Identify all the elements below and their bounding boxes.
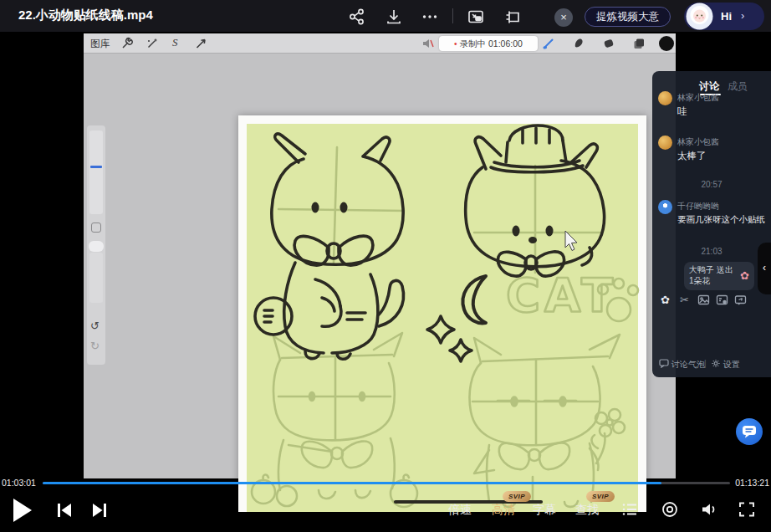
chat-message: 太棒了	[677, 150, 707, 162]
footer-divider: |	[704, 359, 707, 368]
layers-icon[interactable]	[632, 37, 646, 50]
share-icon[interactable]	[348, 8, 366, 26]
collapse-arrow-icon: ‹	[763, 262, 766, 274]
chevron-right-icon: ›	[741, 9, 744, 22]
bubble-toggle[interactable]: 讨论气泡	[659, 359, 705, 371]
chat-username: 林家小包酱	[677, 92, 719, 104]
previous-video-button[interactable]	[55, 501, 74, 519]
transform-arrow-icon[interactable]	[195, 37, 208, 50]
close-icon[interactable]: ×	[554, 8, 573, 27]
play-button[interactable]	[13, 499, 32, 522]
wrench-icon[interactable]	[120, 37, 134, 50]
fullscreen-icon[interactable]	[738, 500, 756, 519]
redo-icon[interactable]: ↻	[90, 340, 100, 352]
quality-button[interactable]: 高清	[492, 503, 515, 518]
seek-bar[interactable]	[43, 482, 730, 484]
sticker-image-icon[interactable]	[716, 294, 728, 306]
smudge-icon[interactable]	[572, 37, 585, 50]
chat-username: 千仔哟哟哟	[677, 201, 719, 212]
mini-player-icon[interactable]	[467, 8, 485, 26]
opacity-slider[interactable]	[89, 253, 103, 303]
record-loop-icon[interactable]	[661, 500, 679, 519]
brush-sidebar: ↺ ↻	[87, 125, 105, 365]
chat-timestamp: 21:03	[652, 247, 771, 256]
gift-text: 大鸭子 送出1朵花	[689, 265, 736, 286]
progress-row: 01:03:01 01:13:21	[0, 477, 771, 489]
eraser-icon[interactable]	[602, 37, 615, 50]
chat-message: 哇	[677, 105, 687, 118]
ai-assistant-button[interactable]: Hi ›	[684, 3, 764, 30]
modify-button[interactable]	[91, 223, 101, 233]
header-bar: 22.小动物贴纸线稿.mp4 × 提炼视频大意 Hi ›	[0, 0, 771, 32]
total-duration: 01:13:21	[735, 478, 769, 488]
video-title: 22.小动物贴纸线稿.mp4	[18, 8, 153, 23]
header-divider	[452, 8, 453, 23]
find-button[interactable]: 查找	[575, 503, 599, 518]
undo-icon[interactable]: ↺	[90, 320, 100, 332]
progress-played	[43, 482, 661, 484]
avatar[interactable]	[658, 91, 672, 105]
recording-text: 录制中 01:06:00	[460, 38, 523, 49]
chat-bubble-icon	[659, 359, 669, 368]
avatar[interactable]	[658, 136, 672, 150]
subtitles-button[interactable]: 字幕	[533, 503, 556, 518]
svip-badge: SVIP	[503, 491, 531, 502]
svip-badge: SVIP	[586, 491, 615, 502]
gift-message: 大鸭子 送出1朵花 ✿	[684, 262, 754, 290]
current-time: 01:03:01	[2, 478, 36, 488]
flower-icon: ✿	[740, 269, 749, 282]
chat-bubble-icon	[742, 425, 757, 438]
chat-username: 林家小包酱	[677, 136, 719, 148]
player-controls: 倍速 高清 SVIP 字幕 查找 SVIP	[0, 489, 771, 532]
brush-size-slider[interactable]	[89, 130, 103, 214]
cast-screen-icon[interactable]	[503, 8, 522, 26]
summarize-video-button[interactable]: 提炼视频大意	[585, 7, 671, 27]
bubble-share-icon[interactable]	[734, 294, 747, 306]
tab-members[interactable]: 成员	[728, 79, 748, 94]
chat-footer: 讨论气泡 | 设置	[652, 357, 771, 372]
slider-handle[interactable]	[90, 166, 102, 168]
muted-speaker-icon[interactable]	[421, 37, 435, 50]
volume-icon[interactable]	[700, 500, 718, 519]
scissors-icon[interactable]: ✂	[678, 294, 691, 306]
more-icon[interactable]	[421, 8, 439, 26]
chat-panel: 讨论 成员 林家小包酱 哇 林家小包酱 太棒了 20:57 千仔哟哟哟 要画几张…	[652, 71, 771, 377]
screen: 22.小动物贴纸线稿.mp4 × 提炼视频大意 Hi › 图库	[0, 0, 771, 532]
gear-icon	[711, 359, 721, 368]
avatar[interactable]	[658, 200, 672, 214]
video-frame[interactable]: 图库 S •录制中 01:06:00	[84, 33, 676, 478]
assistant-avatar	[686, 3, 713, 30]
send-flower-icon[interactable]: ✿	[659, 294, 671, 306]
download-icon[interactable]	[385, 8, 403, 26]
drawing-app-toolbar: 图库 S •录制中 01:06:00	[84, 33, 676, 54]
color-swatch[interactable]	[659, 36, 674, 51]
assistant-label: Hi	[721, 10, 732, 23]
recording-dot-icon: •	[454, 39, 457, 49]
chat-timestamp: 20:57	[652, 180, 771, 189]
adjustments-wand-icon[interactable]	[146, 37, 159, 50]
panel-collapse-handle[interactable]: ‹	[758, 243, 771, 294]
selection-icon[interactable]: S	[172, 36, 178, 49]
image-icon[interactable]	[697, 294, 710, 306]
playback-speed-button[interactable]: 倍速	[448, 503, 472, 518]
drawing-canvas[interactable]: CAT	[238, 115, 646, 512]
recording-status: •录制中 01:06:00	[439, 36, 538, 51]
floating-chat-button[interactable]	[736, 418, 763, 445]
chat-message: 要画几张呀这个小贴纸	[677, 214, 768, 226]
gallery-button[interactable]: 图库	[90, 38, 110, 50]
chat-quick-actions: ✿ ✂	[652, 294, 771, 309]
playlist-icon[interactable]	[620, 500, 639, 519]
opacity-slider-thumb[interactable]	[89, 241, 104, 252]
next-video-button[interactable]	[90, 501, 109, 519]
brush-icon[interactable]	[542, 37, 555, 50]
chat-settings[interactable]: 设置	[711, 359, 740, 371]
